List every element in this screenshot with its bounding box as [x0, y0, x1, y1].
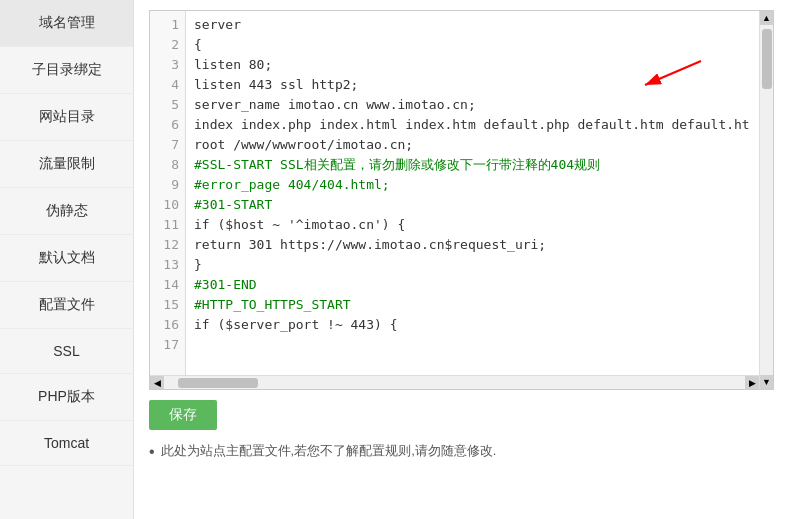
sidebar-item-PHP版本[interactable]: PHP版本 — [0, 374, 133, 421]
sidebar-item-默认文档[interactable]: 默认文档 — [0, 235, 133, 282]
sidebar-item-子目录绑定[interactable]: 子目录绑定 — [0, 47, 133, 94]
notice-area: • 此处为站点主配置文件,若您不了解配置规则,请勿随意修改. — [149, 442, 774, 461]
code-line: server_name imotao.cn www.imotao.cn; — [194, 95, 751, 115]
notice-text: 此处为站点主配置文件,若您不了解配置规则,请勿随意修改. — [161, 442, 497, 460]
line-number: 17 — [150, 335, 185, 355]
line-number: 13 — [150, 255, 185, 275]
line-number: 10 — [150, 195, 185, 215]
vertical-scrollbar[interactable]: ▲ ▼ — [759, 11, 773, 389]
line-number: 16 — [150, 315, 185, 335]
h-scroll-thumb[interactable] — [178, 378, 258, 388]
line-number: 11 — [150, 215, 185, 235]
code-line: #301-START — [194, 195, 751, 215]
code-line: #HTTP_TO_HTTPS_START — [194, 295, 751, 315]
code-line: root /www/wwwroot/imotao.cn; — [194, 135, 751, 155]
save-btn-row: 保存 — [149, 400, 774, 430]
line-number: 2 — [150, 35, 185, 55]
bullet-icon: • — [149, 442, 155, 461]
save-button[interactable]: 保存 — [149, 400, 217, 430]
code-content[interactable]: server{ listen 80; listen 443 ssl http2;… — [186, 11, 759, 375]
code-line: server — [194, 15, 751, 35]
line-number: 4 — [150, 75, 185, 95]
line-number: 1 — [150, 15, 185, 35]
code-line: { — [194, 35, 751, 55]
code-editor-wrapper: 1234567891011121314151617 server{ liste — [149, 10, 774, 390]
line-number: 8 — [150, 155, 185, 175]
code-line: listen 443 ssl http2; — [194, 75, 751, 95]
h-scroll-track[interactable] — [164, 376, 745, 389]
scroll-right-button[interactable]: ▶ — [745, 376, 759, 389]
sidebar-item-流量限制[interactable]: 流量限制 — [0, 141, 133, 188]
sidebar-item-SSL[interactable]: SSL — [0, 329, 133, 374]
sidebar-item-Tomcat[interactable]: Tomcat — [0, 421, 133, 466]
line-number: 12 — [150, 235, 185, 255]
line-number: 14 — [150, 275, 185, 295]
code-line: #error_page 404/404.html; — [194, 175, 751, 195]
code-line: } — [194, 255, 751, 275]
code-line: listen 80; — [194, 55, 751, 75]
v-scroll-thumb[interactable] — [762, 29, 772, 89]
line-numbers: 1234567891011121314151617 — [150, 11, 186, 375]
scroll-down-button[interactable]: ▼ — [760, 375, 774, 389]
scroll-left-button[interactable]: ◀ — [150, 376, 164, 389]
line-number: 15 — [150, 295, 185, 315]
line-number: 3 — [150, 55, 185, 75]
sidebar-item-域名管理[interactable]: 域名管理 — [0, 0, 133, 47]
scroll-up-button[interactable]: ▲ — [760, 11, 774, 25]
code-line: index index.php index.html index.htm def… — [194, 115, 751, 135]
code-line: if ($host ~ '^imotao.cn') { — [194, 215, 751, 235]
code-line: return 301 https://www.imotao.cn$request… — [194, 235, 751, 255]
main-content: 1234567891011121314151617 server{ liste — [134, 0, 789, 519]
code-line: #301-END — [194, 275, 751, 295]
sidebar-item-配置文件[interactable]: 配置文件 — [0, 282, 133, 329]
line-number: 7 — [150, 135, 185, 155]
code-editor[interactable]: 1234567891011121314151617 server{ liste — [150, 11, 759, 375]
sidebar: 域名管理子目录绑定网站目录流量限制伪静态默认文档配置文件SSLPHP版本Tomc… — [0, 0, 134, 519]
line-number: 9 — [150, 175, 185, 195]
sidebar-item-伪静态[interactable]: 伪静态 — [0, 188, 133, 235]
sidebar-item-网站目录[interactable]: 网站目录 — [0, 94, 133, 141]
code-line: if ($server_port !~ 443) { — [194, 315, 751, 335]
horizontal-scrollbar[interactable]: ◀ ▶ — [150, 375, 759, 389]
code-line: #SSL-START SSL相关配置，请勿删除或修改下一行带注释的404规则 — [194, 155, 751, 175]
line-number: 5 — [150, 95, 185, 115]
line-number: 6 — [150, 115, 185, 135]
